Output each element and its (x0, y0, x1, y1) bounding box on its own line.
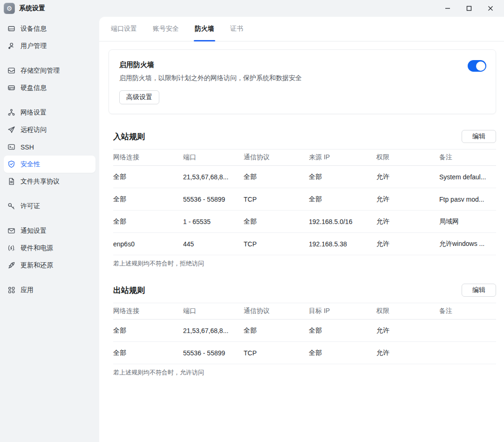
maximize-icon (466, 6, 472, 11)
sidebar: 设备信息 用户管理 存储空间管理 硬盘信息 网络设置 远程访问 SSH 安全性 … (0, 17, 99, 442)
inbound-edit-button[interactable]: 编辑 (462, 130, 496, 143)
cell-note: System defaul... (439, 173, 496, 181)
column-header: 权限 (376, 153, 439, 162)
sidebar-item-label: 更新和还原 (20, 261, 53, 270)
sidebar-item-user-management[interactable]: 用户管理 (4, 37, 95, 54)
cell-source-ip: 全部 (309, 195, 376, 204)
sidebar-item-label: 远程访问 (20, 126, 47, 134)
minimize-button[interactable] (437, 0, 458, 17)
sidebar-item-notification-settings[interactable]: 通知设置 (4, 222, 95, 239)
firewall-card: 启用防火墙 启用防火墙，以限制计划之外的网络访问，保护系统和数据安全 高级设置 (109, 49, 496, 114)
main-panel: 端口设置 账号安全 防火墙 证书 启用防火墙 启用防火墙，以限制计划之外的网络访… (99, 17, 504, 442)
sidebar-item-label: 文件共享协议 (20, 177, 60, 186)
cell-permission: 允许 (376, 326, 439, 335)
document-icon (7, 177, 15, 185)
key-icon (7, 202, 15, 210)
table-row: 全部 55536 - 55899 TCP 全部 允许 (113, 342, 496, 364)
sidebar-item-label: 用户管理 (20, 42, 47, 50)
tab-port-settings[interactable]: 端口设置 (111, 17, 137, 41)
cell-source-ip: 192.168.5.0/16 (309, 218, 376, 225)
inbound-title: 入站规则 (113, 131, 145, 142)
sidebar-item-license[interactable]: 许可证 (4, 197, 95, 215)
sidebar-item-apps[interactable]: 应用 (4, 281, 95, 299)
storage-icon (7, 67, 15, 75)
envelope-icon (7, 227, 15, 235)
column-header: 权限 (376, 307, 439, 315)
column-header: 备注 (439, 307, 496, 315)
shield-check-icon (7, 160, 15, 168)
sidebar-item-label: 网络设置 (20, 109, 47, 117)
cell-protocol: TCP (244, 240, 309, 248)
inbound-table: 网络连接 端口 通信协议 来源 IP 权限 备注 全部 21,53,67,68,… (113, 149, 496, 255)
sidebar-item-hardware-power[interactable]: 硬件和电源 (4, 239, 95, 257)
outbound-rules-section: 出站规则 编辑 网络连接 端口 通信协议 目标 IP 权限 备注 全部 21,5… (113, 284, 496, 377)
cell-permission: 允许 (376, 218, 439, 226)
sidebar-item-ssh[interactable]: SSH (4, 138, 95, 156)
apps-icon (7, 286, 15, 294)
cell-network: 全部 (113, 326, 183, 335)
outbound-header-row: 网络连接 端口 通信协议 目标 IP 权限 备注 (113, 303, 496, 320)
cell-note: Ftp pasv mod... (439, 196, 496, 203)
outbound-title: 出站规则 (113, 285, 145, 296)
column-header: 网络连接 (113, 153, 183, 162)
column-header: 端口 (183, 307, 244, 315)
sidebar-item-label: 安全性 (20, 160, 40, 169)
user-icon (7, 42, 15, 50)
rocket-icon (7, 261, 15, 269)
sidebar-item-remote-access[interactable]: 远程访问 (4, 121, 95, 138)
titlebar: ⚙ 系统设置 (0, 0, 504, 17)
cell-protocol: 全部 (244, 173, 309, 181)
tab-content: 启用防火墙 启用防火墙，以限制计划之外的网络访问，保护系统和数据安全 高级设置 … (99, 41, 504, 377)
column-header: 通信协议 (244, 153, 309, 162)
outbound-section-head: 出站规则 编辑 (113, 284, 496, 297)
cell-port: 55536 - 55899 (183, 349, 244, 357)
cell-port: 55536 - 55899 (183, 196, 244, 203)
cell-network: 全部 (113, 195, 183, 204)
advanced-settings-button[interactable]: 高级设置 (119, 90, 159, 104)
firewall-toggle[interactable] (468, 60, 486, 72)
window-controls (437, 0, 501, 17)
column-header: 端口 (183, 153, 244, 162)
cell-network: 全部 (113, 173, 183, 181)
tab-certificate[interactable]: 证书 (230, 17, 243, 41)
terminal-icon (7, 143, 15, 151)
column-header: 来源 IP (309, 153, 376, 162)
sidebar-item-network-settings[interactable]: 网络设置 (4, 104, 95, 121)
close-icon (488, 6, 493, 11)
sidebar-item-label: 硬件和电源 (20, 244, 53, 252)
cell-port: 21,53,67,68,8... (183, 173, 244, 181)
column-header: 备注 (439, 153, 496, 162)
cell-port: 445 (183, 240, 244, 248)
column-header: 通信协议 (244, 307, 309, 315)
sidebar-item-label: 许可证 (20, 202, 40, 211)
tab-account-security[interactable]: 账号安全 (153, 17, 179, 41)
cell-network: 全部 (113, 218, 183, 226)
sidebar-item-file-sharing[interactable]: 文件共享协议 (4, 173, 95, 190)
disk-icon (7, 84, 15, 92)
cell-dest-ip: 全部 (309, 349, 376, 357)
cell-protocol: TCP (244, 349, 309, 357)
sidebar-item-security[interactable]: 安全性 (4, 156, 95, 173)
cell-dest-ip: 全部 (309, 326, 376, 335)
table-row: 全部 1 - 65535 全部 192.168.5.0/16 允许 局域网 (113, 211, 496, 233)
cell-note: 允许windows ... (439, 240, 496, 248)
device-icon (7, 25, 15, 33)
cell-protocol: 全部 (244, 326, 309, 335)
outbound-edit-button[interactable]: 编辑 (462, 284, 496, 297)
maximize-button[interactable] (458, 0, 480, 17)
column-header: 网络连接 (113, 307, 183, 315)
sidebar-item-label: 存储空间管理 (20, 67, 60, 75)
cell-protocol: TCP (244, 196, 309, 203)
cell-port: 21,53,67,68,8... (183, 327, 244, 334)
sidebar-item-label: SSH (20, 143, 34, 151)
tab-firewall[interactable]: 防火墙 (195, 17, 214, 41)
close-button[interactable] (480, 0, 501, 17)
sidebar-item-disk-info[interactable]: 硬盘信息 (4, 79, 95, 96)
sidebar-item-storage-management[interactable]: 存储空间管理 (4, 62, 95, 79)
tabbar: 端口设置 账号安全 防火墙 证书 (99, 17, 504, 41)
firewall-card-description: 启用防火墙，以限制计划之外的网络访问，保护系统和数据安全 (119, 74, 486, 82)
sidebar-item-device-info[interactable]: 设备信息 (4, 20, 95, 37)
cell-port: 1 - 65535 (183, 218, 244, 225)
sidebar-item-update-restore[interactable]: 更新和还原 (4, 257, 95, 274)
cell-network: 全部 (113, 349, 183, 357)
